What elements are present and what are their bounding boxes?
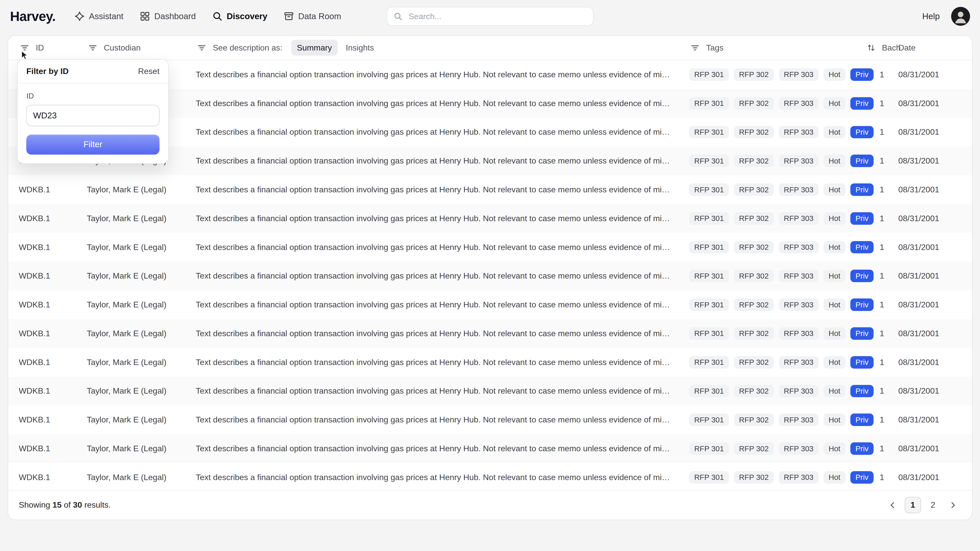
cell-custodian: Taylor, Mark E (Legal): [87, 415, 196, 424]
cell-id: WDKB.1: [19, 243, 87, 252]
cell-custodian: Taylor, Mark E (Legal): [87, 358, 196, 367]
tag-rfp-301: RFP 301: [689, 270, 729, 282]
filter-popover: Filter by ID Reset ID Filter: [17, 59, 169, 164]
filter-custodian-button[interactable]: [87, 42, 99, 54]
table-row[interactable]: WDKB.1Taylor, Mark E (Legal)Text describ…: [8, 262, 972, 290]
cell-tags: RFP 301RFP 302RFP 303HotPriv: [689, 471, 865, 484]
prev-page-button[interactable]: [885, 497, 901, 513]
tag-rfp-303: RFP 303: [779, 471, 819, 484]
pagination: 1 2: [885, 497, 961, 513]
cell-id: WDKB.1: [19, 386, 87, 395]
tag-rfp-302: RFP 302: [734, 270, 774, 282]
cell-date: 08/31/2001: [898, 415, 961, 424]
cell-tags: RFP 301RFP 302RFP 303HotPriv: [689, 385, 865, 397]
avatar[interactable]: [951, 7, 970, 26]
page-2-button[interactable]: 2: [925, 497, 941, 513]
tag-rfp-301: RFP 301: [689, 413, 729, 426]
table-row[interactable]: WDKB.1Taylor, Mark E (Legal)Text describ…: [8, 348, 972, 377]
cell-date: 08/31/2001: [898, 185, 961, 194]
table-row[interactable]: WDKB.1Taylor, Mark E (Legal)Text describ…: [8, 434, 972, 463]
nav-item-discovery[interactable]: Discovery: [212, 11, 267, 21]
summary-toggle[interactable]: Summary: [291, 40, 338, 56]
table-row[interactable]: WDKB.1Taylor, Mark E (Legal)Text describ…: [8, 319, 972, 348]
table-row[interactable]: WDKB.1Taylor, Mark E (Legal)Text describ…: [8, 377, 972, 406]
archive-icon: [284, 11, 294, 21]
column-label-batch: Bach: [882, 43, 900, 52]
cell-description: Text describes a financial option transa…: [196, 329, 689, 338]
table-row[interactable]: WDKB.1Taylor, Mark E (Legal)Text describ…: [8, 405, 972, 434]
cell-tags: RFP 301RFP 302RFP 303HotPriv: [689, 413, 865, 426]
column-label-id: ID: [36, 43, 44, 52]
table-row[interactable]: WDKB.1Taylor, Mark E (Legal)Text describ…: [8, 233, 972, 262]
nav-item-data-room[interactable]: Data Room: [284, 11, 341, 21]
table-header: ID Custodian See description as: Summary…: [8, 36, 972, 60]
cell-description: Text describes a financial option transa…: [196, 185, 689, 194]
tag-hot: Hot: [824, 299, 845, 311]
table-row[interactable]: WDKB.1Taylor, Mark E (Legal)Text describ…: [8, 175, 972, 204]
tag-rfp-303: RFP 303: [779, 241, 819, 254]
page-1-button[interactable]: 1: [905, 497, 921, 513]
tag-rfp-302: RFP 302: [734, 442, 774, 455]
table-row[interactable]: WDKB.1Taylor, Mark E (Legal)Text describ…: [8, 204, 972, 233]
cell-date: 08/31/2001: [898, 300, 961, 310]
table-row[interactable]: WDKB.1Taylor, Mark E (Legal)Text describ…: [8, 290, 972, 319]
nav-item-assistant[interactable]: Assistant: [75, 11, 124, 21]
cell-date: 08/31/2001: [898, 386, 961, 395]
logo[interactable]: Harvey.: [10, 9, 56, 24]
main-nav: Assistant Dashboard Discovery Data Room: [75, 11, 341, 21]
filter-popover-body: ID Filter: [18, 83, 169, 163]
insights-toggle[interactable]: Insights: [340, 40, 380, 56]
id-filter-input[interactable]: [26, 105, 159, 126]
column-header-custodian: Custodian: [87, 42, 196, 54]
cell-custodian: Taylor, Mark E (Legal): [87, 473, 196, 482]
tag-hot: Hot: [824, 126, 845, 138]
cell-batch: 1: [865, 358, 898, 367]
tag-hot: Hot: [824, 241, 845, 254]
filter-description-button[interactable]: [196, 42, 208, 54]
help-link[interactable]: Help: [922, 11, 940, 21]
cell-id: WDKB.1: [19, 358, 87, 367]
cell-tags: RFP 301RFP 302RFP 303HotPriv: [689, 299, 865, 311]
id-field-label: ID: [26, 92, 159, 100]
tag-rfp-303: RFP 303: [779, 97, 819, 110]
tag-hot: Hot: [824, 442, 845, 455]
tag-hot: Hot: [824, 212, 845, 225]
cell-description: Text describes a financial option transa…: [196, 214, 689, 223]
cell-description: Text describes a financial option transa…: [196, 415, 689, 424]
search-input[interactable]: [407, 11, 587, 22]
tag-rfp-301: RFP 301: [689, 442, 729, 455]
tag-rfp-301: RFP 301: [689, 155, 729, 167]
cell-tags: RFP 301RFP 302RFP 303HotPriv: [689, 155, 865, 167]
nav-item-dashboard[interactable]: Dashboard: [140, 11, 196, 21]
cell-custodian: Taylor, Mark E (Legal): [87, 271, 196, 281]
cell-tags: RFP 301RFP 302RFP 303HotPriv: [689, 356, 865, 368]
cell-id: WDKB.1: [19, 185, 87, 194]
cell-tags: RFP 301RFP 302RFP 303HotPriv: [689, 68, 865, 81]
cell-date: 08/31/2001: [898, 99, 961, 108]
results-count-prefix: Showing: [19, 500, 50, 510]
cell-date: 08/31/2001: [898, 271, 961, 281]
tag-rfp-302: RFP 302: [734, 68, 774, 81]
popover-title: Filter by ID: [26, 67, 68, 76]
description-mode-toggle: Summary Insights: [291, 40, 380, 56]
apply-filter-button[interactable]: Filter: [26, 135, 159, 155]
search-icon: [212, 11, 222, 21]
next-page-button[interactable]: [945, 497, 961, 513]
column-header-tags: Tags: [689, 42, 865, 54]
tag-rfp-302: RFP 302: [734, 183, 774, 196]
cell-id: WDKB.1: [19, 473, 87, 482]
top-bar-right: Help: [922, 7, 970, 26]
tag-rfp-301: RFP 301: [689, 68, 729, 81]
filter-tags-button[interactable]: [689, 42, 701, 54]
tag-rfp-302: RFP 302: [734, 212, 774, 225]
column-label-tags: Tags: [706, 43, 724, 52]
cell-date: 08/31/2001: [898, 444, 961, 453]
top-bar: Harvey. Assistant Dashboard Discovery: [0, 0, 980, 33]
table-row[interactable]: WDKB.1Taylor, Mark E (Legal)Text describ…: [8, 463, 972, 492]
sort-batch-button[interactable]: [865, 42, 877, 53]
reset-button[interactable]: Reset: [138, 67, 159, 76]
filter-id-button[interactable]: [19, 42, 31, 54]
cell-tags: RFP 301RFP 302RFP 303HotPriv: [689, 442, 865, 455]
cell-batch: 1: [865, 386, 898, 395]
cell-custodian: Taylor, Mark E (Legal): [87, 185, 196, 194]
